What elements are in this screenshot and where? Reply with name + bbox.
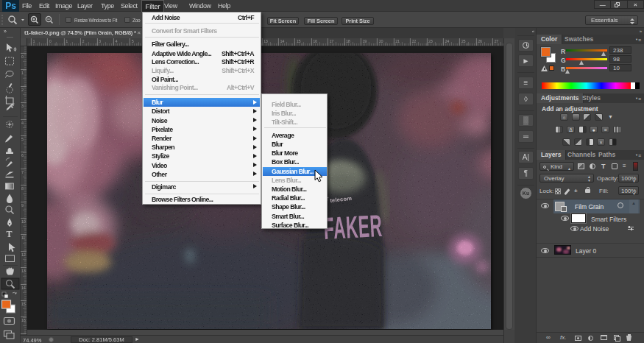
svg-text:»: » — [4, 29, 7, 34]
svg-text:T: T — [7, 229, 13, 239]
